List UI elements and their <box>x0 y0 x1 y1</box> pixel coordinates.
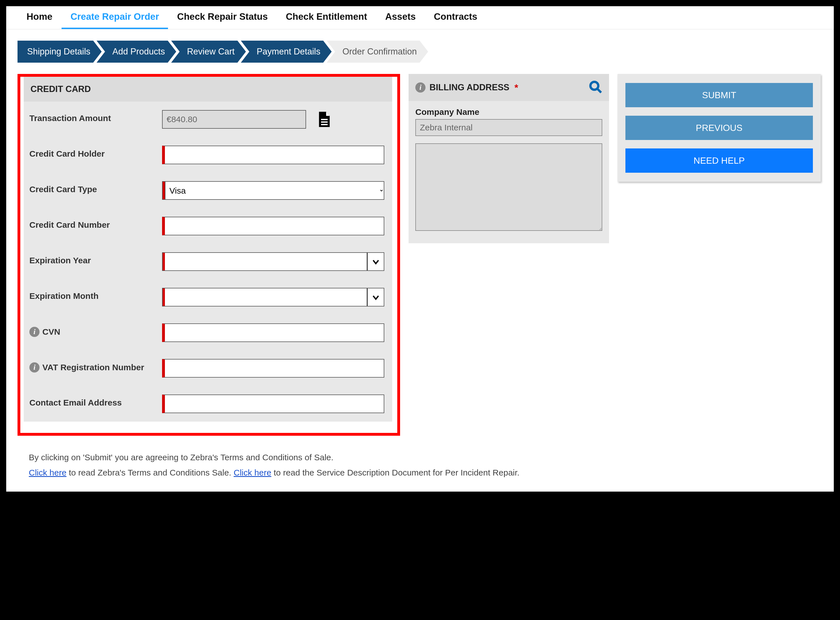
svg-line-4 <box>597 89 601 93</box>
need-help-button[interactable]: NEED HELP <box>626 149 813 173</box>
credit-card-highlight: CREDIT CARD Transaction Amount Credit Ca… <box>18 74 400 436</box>
required-indicator <box>163 253 165 270</box>
step-payment-details[interactable]: Payment Details <box>241 41 332 63</box>
nav-check-entitlement[interactable]: Check Entitlement <box>277 6 376 29</box>
card-type-select[interactable]: Visa <box>165 181 384 200</box>
submit-button[interactable]: SUBMIT <box>626 83 813 107</box>
chevron-down-icon <box>367 253 384 270</box>
terms-text-2: to read the Service Description Document… <box>271 468 520 477</box>
nav-check-repair-status[interactable]: Check Repair Status <box>168 6 277 29</box>
previous-button[interactable]: PREVIOUS <box>626 116 813 140</box>
card-holder-input[interactable] <box>162 146 384 164</box>
billing-address-header: BILLING ADDRESS <box>430 83 509 93</box>
info-icon[interactable]: i <box>29 362 39 373</box>
svg-rect-2 <box>321 124 327 125</box>
terms-link-2[interactable]: Click here <box>234 468 271 477</box>
billing-address-textarea[interactable] <box>415 143 602 231</box>
label-company-name: Company Name <box>415 107 602 117</box>
step-breadcrumb: Shipping Details Add Products Review Car… <box>18 41 834 63</box>
step-review-cart[interactable]: Review Cart <box>171 41 246 63</box>
top-nav: Home Create Repair Order Check Repair St… <box>6 6 834 29</box>
svg-point-3 <box>590 82 598 90</box>
terms-text-1: to read Zebra's Terms and Conditions Sal… <box>66 468 234 477</box>
required-asterisk: * <box>514 82 518 93</box>
label-transaction-amount: Transaction Amount <box>29 110 162 123</box>
label-cvn: CVN <box>42 327 60 337</box>
cvn-input[interactable] <box>162 324 384 342</box>
card-number-input[interactable] <box>162 217 384 235</box>
step-add-products[interactable]: Add Products <box>97 41 176 63</box>
document-icon[interactable] <box>317 112 330 127</box>
label-exp-month: Expiration Month <box>29 288 162 301</box>
search-icon[interactable] <box>589 80 602 95</box>
label-card-number: Credit Card Number <box>29 217 162 230</box>
billing-address-panel: i BILLING ADDRESS * Company Name <box>409 74 609 243</box>
credit-card-panel: CREDIT CARD Transaction Amount Credit Ca… <box>24 77 392 421</box>
nav-contracts[interactable]: Contracts <box>425 6 486 29</box>
contact-email-input[interactable] <box>162 394 384 413</box>
company-name-field <box>415 119 602 136</box>
terms-line-1: By clicking on 'Submit' you are agreeing… <box>29 450 811 465</box>
chevron-down-icon <box>367 288 384 306</box>
credit-card-header: CREDIT CARD <box>24 77 392 102</box>
label-exp-year: Expiration Year <box>29 252 162 266</box>
step-shipping-details[interactable]: Shipping Details <box>18 41 102 63</box>
svg-rect-0 <box>321 119 327 120</box>
required-indicator <box>162 181 165 200</box>
nav-home[interactable]: Home <box>18 6 62 29</box>
required-indicator <box>163 288 165 306</box>
label-card-type: Credit Card Type <box>29 181 162 194</box>
vat-input[interactable] <box>162 359 384 378</box>
terms-footer: By clicking on 'Submit' you are agreeing… <box>6 436 834 480</box>
info-icon[interactable]: i <box>415 83 425 93</box>
exp-year-select[interactable] <box>162 252 384 271</box>
svg-rect-1 <box>321 121 327 123</box>
step-order-confirmation: Order Confirmation <box>327 41 428 63</box>
nav-create-repair-order[interactable]: Create Repair Order <box>62 6 168 29</box>
nav-assets[interactable]: Assets <box>376 6 425 29</box>
label-email: Contact Email Address <box>29 394 162 408</box>
terms-link-1[interactable]: Click here <box>29 468 66 477</box>
actions-panel: SUBMIT PREVIOUS NEED HELP <box>617 74 821 182</box>
info-icon[interactable]: i <box>29 327 39 337</box>
exp-month-select[interactable] <box>162 288 384 307</box>
label-card-holder: Credit Card Holder <box>29 146 162 159</box>
transaction-amount-field <box>162 110 306 129</box>
label-vat: VAT Registration Number <box>42 363 144 373</box>
